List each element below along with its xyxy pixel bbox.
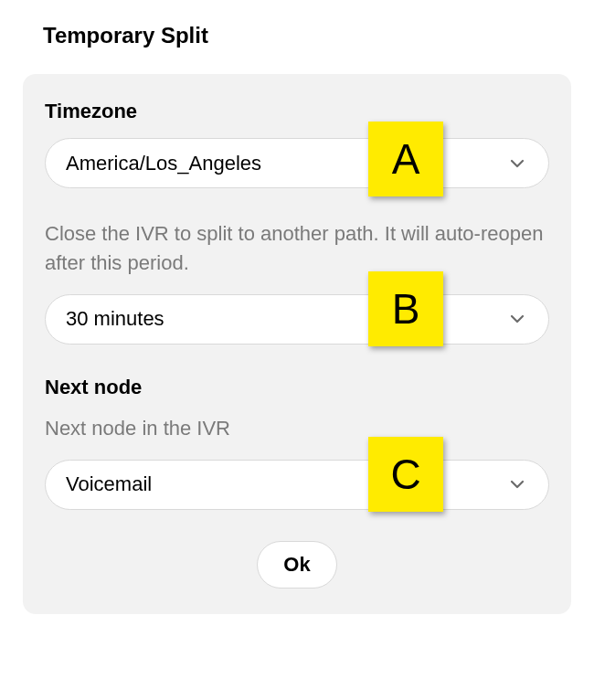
timezone-group: Timezone America/Los_Angeles A [45, 100, 549, 188]
ok-button[interactable]: Ok [257, 541, 336, 589]
settings-panel: Timezone America/Los_Angeles A Close the… [23, 74, 571, 614]
next-node-group: Next node Next node in the IVR Voicemail… [45, 376, 549, 510]
chevron-down-icon [508, 154, 526, 173]
page-title: Temporary Split [23, 23, 571, 48]
duration-select[interactable]: 30 minutes [45, 294, 549, 345]
next-node-label: Next node [45, 376, 549, 399]
chevron-down-icon [508, 475, 526, 493]
duration-helper: Close the IVR to split to another path. … [45, 219, 549, 278]
next-node-select[interactable]: Voicemail [45, 460, 549, 510]
chevron-down-icon [508, 310, 526, 328]
next-node-value: Voicemail [66, 472, 508, 496]
timezone-value: America/Los_Angeles [66, 152, 508, 175]
timezone-label: Timezone [45, 100, 549, 123]
timezone-select[interactable]: America/Los_Angeles [45, 138, 549, 188]
duration-group: Close the IVR to split to another path. … [45, 219, 549, 345]
next-node-helper: Next node in the IVR [45, 414, 549, 443]
duration-value: 30 minutes [66, 307, 508, 331]
